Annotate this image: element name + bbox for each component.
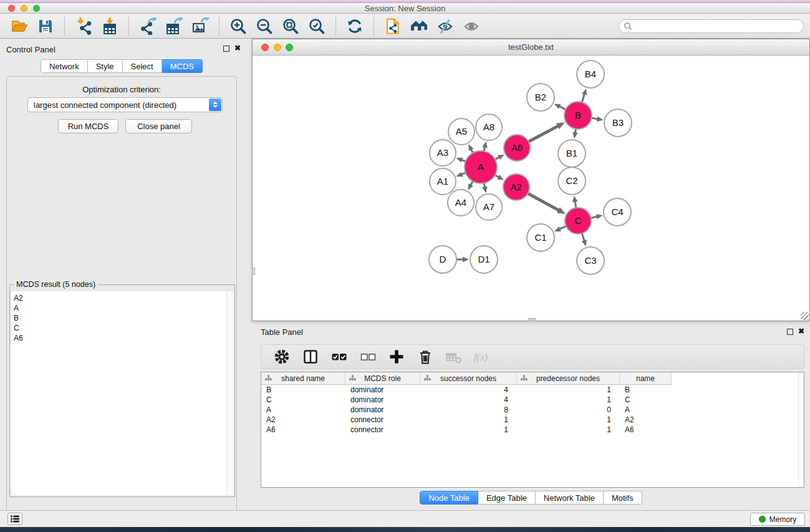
- run-mcds-button[interactable]: Run MCDS: [58, 119, 118, 133]
- table-tab-motifs[interactable]: Motifs: [604, 491, 642, 505]
- table-tab-network-table[interactable]: Network Table: [536, 491, 604, 505]
- export-table-button[interactable]: [164, 16, 184, 37]
- table-scrollbar[interactable]: [798, 372, 804, 487]
- node-D[interactable]: D: [429, 246, 456, 273]
- table-cell[interactable]: dominator: [345, 385, 420, 395]
- table-cell[interactable]: 1: [517, 415, 620, 425]
- task-history-button[interactable]: [7, 513, 22, 525]
- select-all-rows-button[interactable]: [329, 346, 349, 367]
- node-A2[interactable]: A2: [503, 174, 529, 200]
- table-cell[interactable]: 1: [517, 425, 620, 435]
- table-row[interactable]: Adominator80A: [261, 405, 804, 415]
- zoom-fit-button[interactable]: [281, 16, 301, 37]
- export-image-button[interactable]: [190, 16, 210, 37]
- show-columns-button[interactable]: [301, 346, 321, 367]
- table-close-panel-icon[interactable]: ✖: [798, 327, 804, 336]
- tab-network[interactable]: Network: [41, 59, 88, 73]
- table-cell[interactable]: A6: [261, 425, 345, 435]
- table-cell[interactable]: 1: [420, 425, 517, 435]
- close-panel-button[interactable]: Close panel: [125, 119, 192, 133]
- node-A5[interactable]: A5: [448, 118, 475, 145]
- table-cell[interactable]: 4: [420, 395, 517, 405]
- table-cell[interactable]: 1: [517, 395, 620, 405]
- import-table-button[interactable]: [100, 16, 120, 37]
- table-cell[interactable]: B: [261, 385, 345, 395]
- column-header-predecessor-nodes[interactable]: predecessor nodes: [517, 372, 620, 385]
- zoom-selected-button[interactable]: [307, 16, 327, 37]
- table-cell[interactable]: A2: [620, 415, 672, 425]
- node-A1[interactable]: A1: [430, 168, 456, 195]
- table-cell[interactable]: connector: [345, 415, 420, 425]
- network-graph[interactable]: B4B2BB3B1A5A8A6A3AA1A2A4A7C2CC4C1C3DD1: [253, 56, 809, 321]
- table-cell[interactable]: dominator: [345, 395, 420, 405]
- table-cell[interactable]: A2: [261, 415, 345, 425]
- table-cell[interactable]: 1: [420, 415, 517, 425]
- table-cell[interactable]: C: [620, 395, 672, 405]
- network-from-file-button[interactable]: [383, 16, 403, 37]
- table-row[interactable]: Bdominator41B: [261, 385, 804, 395]
- node-A[interactable]: A: [465, 151, 497, 183]
- mcds-result-list[interactable]: A2ABCA6: [11, 291, 226, 495]
- result-scrollbar[interactable]: [226, 291, 233, 495]
- home-views-button[interactable]: [409, 16, 429, 37]
- table-cell[interactable]: dominator: [345, 405, 420, 415]
- export-network-button[interactable]: [138, 16, 158, 37]
- table-cell[interactable]: A6: [620, 425, 672, 435]
- table-cell[interactable]: 0: [517, 405, 620, 415]
- mcds-result-item[interactable]: B: [14, 313, 226, 323]
- refresh-button[interactable]: [345, 16, 365, 37]
- node-A8[interactable]: A8: [476, 114, 502, 140]
- node-D1[interactable]: D1: [470, 246, 498, 273]
- memory-button[interactable]: Memory: [750, 513, 805, 526]
- table-cell[interactable]: 8: [420, 405, 517, 415]
- open-file-button[interactable]: [9, 16, 29, 37]
- node-A7[interactable]: A7: [476, 194, 502, 220]
- table-tab-edge-table[interactable]: Edge Table: [478, 491, 536, 505]
- network-window-titlebar[interactable]: testGlobe.txt: [253, 39, 809, 56]
- zoom-out-button[interactable]: [254, 16, 274, 37]
- node-A6[interactable]: A6: [504, 135, 530, 161]
- column-header-shared-name[interactable]: shared name: [261, 372, 345, 385]
- import-network-button[interactable]: [74, 16, 94, 37]
- node-C2[interactable]: C2: [558, 167, 586, 195]
- resize-grip-icon[interactable]: [801, 312, 809, 320]
- node-A4[interactable]: A4: [448, 190, 474, 216]
- network-canvas[interactable]: B4B2BB3B1A5A8A6A3AA1A2A4A7C2CC4C1C3DD1: [253, 56, 809, 321]
- float-panel-icon[interactable]: [223, 46, 229, 52]
- search-input[interactable]: [632, 21, 803, 32]
- delete-column-button[interactable]: [415, 346, 435, 367]
- window-left-handle[interactable]: [252, 268, 255, 275]
- table-cell[interactable]: 4: [420, 385, 517, 395]
- table-row[interactable]: Cdominator41C: [261, 395, 804, 405]
- table-cell[interactable]: A: [620, 405, 672, 415]
- close-panel-icon[interactable]: ✖: [234, 44, 241, 52]
- add-column-button[interactable]: [387, 346, 407, 367]
- tab-style[interactable]: Style: [88, 59, 123, 73]
- node-B2[interactable]: B2: [527, 84, 554, 111]
- table-settings-button[interactable]: [272, 346, 292, 367]
- node-B1[interactable]: B1: [558, 140, 586, 167]
- tab-select[interactable]: Select: [123, 59, 162, 73]
- node-C[interactable]: C: [565, 208, 591, 234]
- save-button[interactable]: [36, 16, 55, 37]
- node-C4[interactable]: C4: [604, 198, 631, 226]
- node-B4[interactable]: B4: [577, 60, 604, 88]
- deselect-all-rows-button[interactable]: [358, 346, 378, 367]
- column-header-name[interactable]: name: [620, 372, 672, 385]
- table-cell[interactable]: C: [261, 395, 345, 405]
- node-C3[interactable]: C3: [577, 247, 604, 274]
- hide-details-button[interactable]: [435, 16, 455, 37]
- mcds-result-item[interactable]: A: [14, 303, 226, 313]
- node-B[interactable]: B: [564, 102, 592, 129]
- table-row[interactable]: A2connector11A2: [261, 415, 804, 425]
- table-cell[interactable]: 1: [517, 385, 620, 395]
- table-float-panel-icon[interactable]: [787, 329, 793, 335]
- criterion-dropdown[interactable]: largest connected component (directed): [27, 97, 223, 112]
- mcds-result-item[interactable]: A2: [14, 293, 226, 303]
- column-header-MCDS-role[interactable]: MCDS role: [345, 372, 420, 385]
- table-cell[interactable]: A: [261, 405, 345, 415]
- table-row[interactable]: A6connector11A6: [261, 425, 804, 435]
- node-B3[interactable]: B3: [604, 109, 632, 137]
- tab-mcds[interactable]: MCDS: [162, 59, 203, 73]
- mcds-result-item[interactable]: A6: [14, 333, 226, 343]
